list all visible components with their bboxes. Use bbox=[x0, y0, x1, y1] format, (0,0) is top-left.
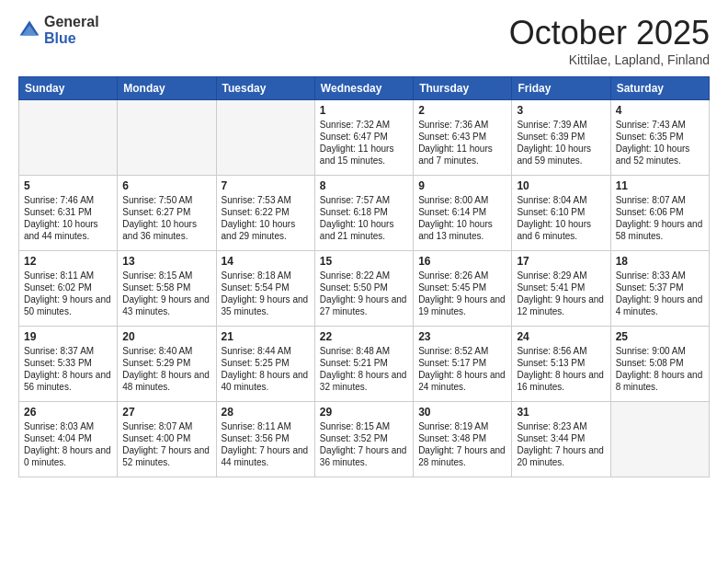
cell-text: Sunrise: 8:37 AM Sunset: 5:33 PM Dayligh… bbox=[24, 345, 112, 393]
day-number: 18 bbox=[616, 255, 704, 268]
cell-text: Sunrise: 8:40 AM Sunset: 5:29 PM Dayligh… bbox=[122, 345, 210, 393]
month-title: October 2025 bbox=[509, 14, 710, 52]
calendar-cell: 10Sunrise: 8:04 AM Sunset: 6:10 PM Dayli… bbox=[512, 176, 610, 251]
calendar-week-row: 12Sunrise: 8:11 AM Sunset: 6:02 PM Dayli… bbox=[19, 251, 710, 327]
header: General Blue October 2025 Kittilae, Lapl… bbox=[18, 14, 710, 67]
calendar-cell: 16Sunrise: 8:26 AM Sunset: 5:45 PM Dayli… bbox=[414, 251, 512, 327]
calendar-cell: 3Sunrise: 7:39 AM Sunset: 6:39 PM Daylig… bbox=[512, 100, 610, 176]
calendar-cell: 17Sunrise: 8:29 AM Sunset: 5:41 PM Dayli… bbox=[512, 251, 610, 327]
day-number: 7 bbox=[222, 179, 310, 192]
cell-text: Sunrise: 8:15 AM Sunset: 5:58 PM Dayligh… bbox=[122, 270, 210, 317]
day-number: 4 bbox=[616, 104, 704, 117]
cell-text: Sunrise: 8:07 AM Sunset: 6:06 PM Dayligh… bbox=[616, 194, 704, 242]
day-number: 19 bbox=[24, 330, 112, 343]
calendar-cell bbox=[610, 402, 709, 477]
calendar-cell: 22Sunrise: 8:48 AM Sunset: 5:21 PM Dayli… bbox=[314, 327, 413, 402]
calendar-cell: 30Sunrise: 8:19 AM Sunset: 3:48 PM Dayli… bbox=[414, 402, 512, 477]
day-number: 30 bbox=[418, 406, 506, 419]
cell-text: Sunrise: 8:23 AM Sunset: 3:44 PM Dayligh… bbox=[517, 420, 605, 468]
logo-general: General bbox=[44, 14, 99, 30]
calendar-cell: 7Sunrise: 7:53 AM Sunset: 6:22 PM Daylig… bbox=[216, 176, 314, 251]
calendar-day-header: Wednesday bbox=[314, 77, 413, 100]
calendar-cell: 1Sunrise: 7:32 AM Sunset: 6:47 PM Daylig… bbox=[314, 100, 413, 176]
day-number: 27 bbox=[122, 406, 210, 419]
day-number: 16 bbox=[418, 255, 506, 268]
calendar-week-row: 19Sunrise: 8:37 AM Sunset: 5:33 PM Dayli… bbox=[19, 327, 710, 402]
day-number: 12 bbox=[24, 255, 112, 268]
calendar-cell bbox=[118, 100, 216, 176]
calendar-cell: 29Sunrise: 8:15 AM Sunset: 3:52 PM Dayli… bbox=[314, 402, 413, 477]
day-number: 14 bbox=[222, 255, 310, 268]
calendar-header-row: SundayMondayTuesdayWednesdayThursdayFrid… bbox=[19, 77, 710, 100]
cell-text: Sunrise: 7:50 AM Sunset: 6:27 PM Dayligh… bbox=[122, 194, 210, 242]
calendar-day-header: Monday bbox=[118, 77, 216, 100]
calendar-cell: 15Sunrise: 8:22 AM Sunset: 5:50 PM Dayli… bbox=[314, 251, 413, 327]
page: General Blue October 2025 Kittilae, Lapl… bbox=[0, 0, 728, 563]
cell-text: Sunrise: 7:46 AM Sunset: 6:31 PM Dayligh… bbox=[24, 194, 112, 242]
cell-text: Sunrise: 8:07 AM Sunset: 4:00 PM Dayligh… bbox=[122, 420, 210, 468]
calendar-cell: 5Sunrise: 7:46 AM Sunset: 6:31 PM Daylig… bbox=[19, 176, 118, 251]
cell-text: Sunrise: 8:04 AM Sunset: 6:10 PM Dayligh… bbox=[517, 194, 605, 242]
day-number: 20 bbox=[122, 330, 210, 343]
day-number: 31 bbox=[517, 406, 605, 419]
cell-text: Sunrise: 8:19 AM Sunset: 3:48 PM Dayligh… bbox=[418, 420, 506, 468]
cell-text: Sunrise: 8:56 AM Sunset: 5:13 PM Dayligh… bbox=[517, 345, 605, 393]
day-number: 21 bbox=[222, 330, 310, 343]
calendar-day-header: Friday bbox=[512, 77, 610, 100]
day-number: 10 bbox=[517, 179, 605, 192]
logo: General Blue bbox=[18, 14, 99, 46]
cell-text: Sunrise: 8:15 AM Sunset: 3:52 PM Dayligh… bbox=[320, 420, 408, 468]
cell-text: Sunrise: 8:11 AM Sunset: 3:56 PM Dayligh… bbox=[222, 420, 310, 468]
calendar-cell: 12Sunrise: 8:11 AM Sunset: 6:02 PM Dayli… bbox=[19, 251, 118, 327]
calendar-week-row: 5Sunrise: 7:46 AM Sunset: 6:31 PM Daylig… bbox=[19, 176, 710, 251]
calendar-cell: 31Sunrise: 8:23 AM Sunset: 3:44 PM Dayli… bbox=[512, 402, 610, 477]
calendar-cell: 11Sunrise: 8:07 AM Sunset: 6:06 PM Dayli… bbox=[610, 176, 709, 251]
calendar-cell bbox=[216, 100, 314, 176]
calendar-cell: 19Sunrise: 8:37 AM Sunset: 5:33 PM Dayli… bbox=[19, 327, 118, 402]
calendar-day-header: Thursday bbox=[414, 77, 512, 100]
day-number: 8 bbox=[320, 179, 408, 192]
cell-text: Sunrise: 7:57 AM Sunset: 6:18 PM Dayligh… bbox=[320, 194, 408, 242]
day-number: 5 bbox=[24, 179, 112, 192]
day-number: 2 bbox=[418, 104, 506, 117]
day-number: 3 bbox=[517, 104, 605, 117]
cell-text: Sunrise: 8:33 AM Sunset: 5:37 PM Dayligh… bbox=[616, 270, 704, 317]
cell-text: Sunrise: 7:43 AM Sunset: 6:35 PM Dayligh… bbox=[616, 119, 704, 167]
day-number: 9 bbox=[418, 179, 506, 192]
day-number: 17 bbox=[517, 255, 605, 268]
day-number: 28 bbox=[222, 406, 310, 419]
calendar-week-row: 1Sunrise: 7:32 AM Sunset: 6:47 PM Daylig… bbox=[19, 100, 710, 176]
cell-text: Sunrise: 8:52 AM Sunset: 5:17 PM Dayligh… bbox=[418, 345, 506, 393]
cell-text: Sunrise: 7:39 AM Sunset: 6:39 PM Dayligh… bbox=[517, 119, 605, 167]
calendar-cell: 6Sunrise: 7:50 AM Sunset: 6:27 PM Daylig… bbox=[118, 176, 216, 251]
calendar-cell: 14Sunrise: 8:18 AM Sunset: 5:54 PM Dayli… bbox=[216, 251, 314, 327]
cell-text: Sunrise: 8:26 AM Sunset: 5:45 PM Dayligh… bbox=[418, 270, 506, 317]
calendar-cell: 20Sunrise: 8:40 AM Sunset: 5:29 PM Dayli… bbox=[118, 327, 216, 402]
calendar-cell: 13Sunrise: 8:15 AM Sunset: 5:58 PM Dayli… bbox=[118, 251, 216, 327]
day-number: 13 bbox=[122, 255, 210, 268]
cell-text: Sunrise: 8:22 AM Sunset: 5:50 PM Dayligh… bbox=[320, 270, 408, 317]
logo-text: General Blue bbox=[44, 14, 99, 46]
calendar-cell: 4Sunrise: 7:43 AM Sunset: 6:35 PM Daylig… bbox=[610, 100, 709, 176]
calendar-cell: 28Sunrise: 8:11 AM Sunset: 3:56 PM Dayli… bbox=[216, 402, 314, 477]
cell-text: Sunrise: 8:44 AM Sunset: 5:25 PM Dayligh… bbox=[222, 345, 310, 393]
calendar-cell bbox=[19, 100, 118, 176]
calendar-day-header: Sunday bbox=[19, 77, 118, 100]
calendar-cell: 8Sunrise: 7:57 AM Sunset: 6:18 PM Daylig… bbox=[314, 176, 413, 251]
cell-text: Sunrise: 8:11 AM Sunset: 6:02 PM Dayligh… bbox=[24, 270, 112, 317]
day-number: 29 bbox=[320, 406, 408, 419]
cell-text: Sunrise: 8:29 AM Sunset: 5:41 PM Dayligh… bbox=[517, 270, 605, 317]
calendar-day-header: Tuesday bbox=[216, 77, 314, 100]
day-number: 6 bbox=[122, 179, 210, 192]
cell-text: Sunrise: 8:48 AM Sunset: 5:21 PM Dayligh… bbox=[320, 345, 408, 393]
day-number: 1 bbox=[320, 104, 408, 117]
calendar-week-row: 26Sunrise: 8:03 AM Sunset: 4:04 PM Dayli… bbox=[19, 402, 710, 477]
cell-text: Sunrise: 8:00 AM Sunset: 6:14 PM Dayligh… bbox=[418, 194, 506, 242]
cell-text: Sunrise: 8:03 AM Sunset: 4:04 PM Dayligh… bbox=[24, 420, 112, 468]
calendar-table: SundayMondayTuesdayWednesdayThursdayFrid… bbox=[18, 76, 710, 477]
cell-text: Sunrise: 8:18 AM Sunset: 5:54 PM Dayligh… bbox=[222, 270, 310, 317]
day-number: 23 bbox=[418, 330, 506, 343]
calendar-cell: 23Sunrise: 8:52 AM Sunset: 5:17 PM Dayli… bbox=[414, 327, 512, 402]
calendar-cell: 2Sunrise: 7:36 AM Sunset: 6:43 PM Daylig… bbox=[414, 100, 512, 176]
day-number: 24 bbox=[517, 330, 605, 343]
